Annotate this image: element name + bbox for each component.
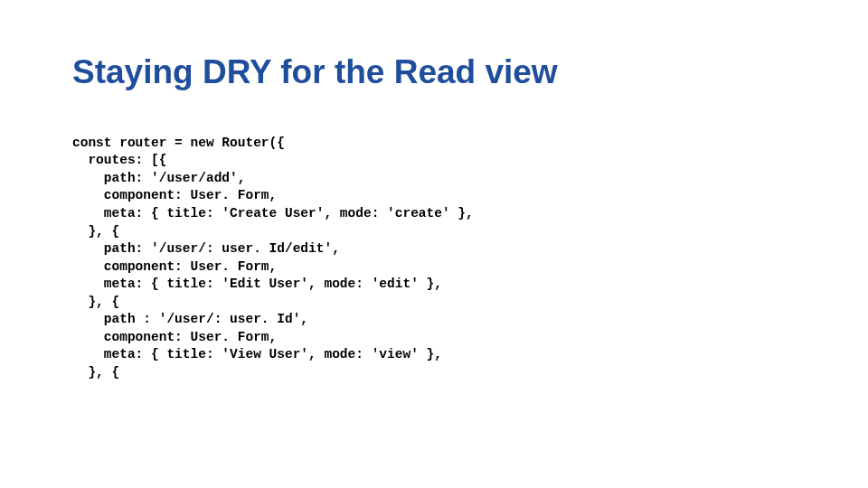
code-line: path : '/user/: user. Id', (72, 312, 308, 326)
code-line: meta: { title: 'Create User', mode: 'cre… (72, 206, 474, 221)
code-line: component: User. Form, (72, 330, 277, 344)
code-line: }, { (72, 365, 119, 380)
code-line: routes: [{ (72, 153, 166, 167)
code-line: component: User. Form, (72, 188, 277, 202)
code-line: }, { (72, 295, 119, 309)
slide-title: Staying DRY for the Read view (72, 54, 796, 91)
code-line: const router = new Router({ (72, 136, 285, 150)
slide: Staying DRY for the Read view const rout… (0, 0, 868, 488)
code-line: path: '/user/: user. Id/edit', (72, 241, 340, 256)
code-line: }, { (72, 224, 119, 239)
code-block: const router = new Router({ routes: [{ p… (72, 135, 796, 382)
code-line: component: User. Form, (72, 259, 277, 274)
code-line: meta: { title: 'Edit User', mode: 'edit'… (72, 277, 442, 291)
code-line: path: '/user/add', (72, 171, 245, 185)
code-line: meta: { title: 'View User', mode: 'view'… (72, 347, 442, 361)
